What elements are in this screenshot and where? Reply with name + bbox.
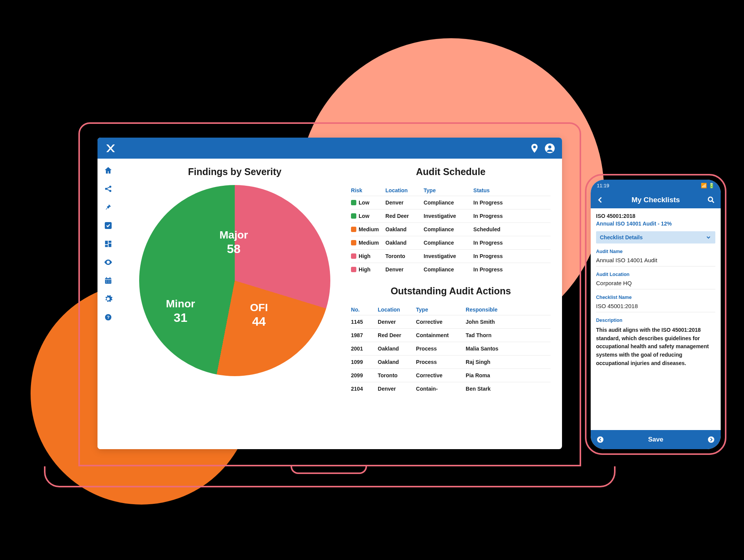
cell-status: In Progress bbox=[473, 240, 551, 246]
app-logo-icon bbox=[104, 143, 116, 154]
cell-type: Investigative bbox=[424, 253, 473, 259]
th-risk: Risk bbox=[351, 187, 385, 193]
laptop-screen: ? Findings by Severity Major 58 Minor 31 bbox=[97, 138, 562, 449]
outstanding-actions-section: Outstanding Audit Actions No. Location T… bbox=[351, 286, 551, 395]
field-label-checklist-name: Checklist Name bbox=[596, 295, 715, 300]
table-row[interactable]: Low Denver Compliance In Progress bbox=[351, 196, 551, 209]
phone-header: My Checklists bbox=[591, 191, 721, 208]
cell-type: Corrective bbox=[416, 319, 466, 325]
cell-location: Oakland bbox=[385, 226, 424, 232]
outstanding-table: No. Location Type Responsible 1145 Denve… bbox=[351, 304, 551, 395]
svg-rect-13 bbox=[109, 277, 110, 279]
phone-title: My Checklists bbox=[604, 196, 707, 204]
cell-location: Red Deer bbox=[378, 332, 416, 338]
table-row[interactable]: 2104 Denver Contain- Ben Stark bbox=[351, 382, 551, 395]
main-content: Findings by Severity Major 58 Minor 31 O… bbox=[119, 159, 562, 449]
field-value-audit-name[interactable]: Annual ISO 14001 Audit bbox=[596, 254, 715, 266]
table-row[interactable]: High Denver Compliance In Progress bbox=[351, 263, 551, 276]
cell-location: Denver bbox=[378, 319, 416, 325]
prev-icon[interactable] bbox=[596, 435, 604, 444]
field-label-audit-location: Audit Location bbox=[596, 272, 715, 277]
sidebar-item-settings[interactable] bbox=[103, 294, 113, 304]
cell-location: Red Deer bbox=[385, 213, 424, 219]
field-value-checklist-name[interactable]: ISO 45001:2018 bbox=[596, 300, 715, 312]
pie-chart: Major 58 Minor 31 OFI 44 bbox=[139, 185, 330, 376]
cell-risk: High bbox=[359, 253, 370, 259]
cell-responsible: Malia Santos bbox=[466, 346, 551, 352]
accordion-toggle[interactable]: Checklist Details bbox=[596, 231, 715, 243]
laptop-notch-outline bbox=[291, 466, 367, 474]
th-status: Status bbox=[473, 187, 551, 193]
cell-responsible: John Smith bbox=[466, 319, 551, 325]
sidebar-item-eye[interactable] bbox=[103, 257, 113, 267]
chevron-down-icon bbox=[705, 234, 712, 240]
table-row[interactable]: 1099 Oakland Process Raj Singh bbox=[351, 355, 551, 368]
table-row[interactable]: 2099 Toronto Corrective Pia Roma bbox=[351, 368, 551, 382]
sidebar-item-help[interactable]: ? bbox=[103, 312, 113, 322]
sidebar-item-home[interactable] bbox=[103, 166, 113, 175]
cell-location: Oakland bbox=[385, 240, 424, 246]
risk-swatch bbox=[351, 240, 356, 245]
svg-rect-9 bbox=[108, 243, 111, 247]
risk-swatch bbox=[351, 200, 356, 205]
svg-point-1 bbox=[548, 145, 551, 148]
field-value-audit-location[interactable]: Corporate HQ bbox=[596, 277, 715, 289]
cell-no: 2001 bbox=[351, 346, 378, 352]
phone-screen: 11:19 📶 🔋 My Checklists ISO 45001:2018 A… bbox=[591, 180, 721, 449]
th-type: Type bbox=[416, 307, 466, 313]
svg-point-18 bbox=[108, 282, 109, 283]
signal-icon: 📶 🔋 bbox=[701, 183, 715, 188]
th-type: Type bbox=[424, 187, 473, 193]
cell-type: Compliance bbox=[424, 200, 473, 206]
sidebar-nav: ? bbox=[97, 159, 119, 449]
status-time: 11:19 bbox=[597, 183, 609, 188]
cell-location: Toronto bbox=[378, 372, 416, 378]
cell-type: Process bbox=[416, 346, 466, 352]
save-button[interactable]: Save bbox=[604, 436, 707, 443]
cell-type: Compliance bbox=[424, 266, 473, 273]
field-label-audit-name: Audit Name bbox=[596, 249, 715, 254]
phone-status-bar: 11:19 📶 🔋 bbox=[591, 180, 721, 191]
table-row[interactable]: Low Red Deer Investigative In Progress bbox=[351, 209, 551, 222]
sidebar-item-check[interactable] bbox=[103, 221, 113, 230]
sidebar-item-calendar[interactable] bbox=[103, 276, 113, 286]
pie-segment-major-label: Major bbox=[219, 229, 248, 241]
sidebar-item-share[interactable] bbox=[103, 184, 113, 194]
back-icon[interactable] bbox=[596, 196, 604, 204]
outstanding-title: Outstanding Audit Actions bbox=[351, 286, 551, 297]
user-profile-icon[interactable] bbox=[544, 143, 555, 154]
table-row[interactable]: Medium Oakland Compliance Scheduled bbox=[351, 222, 551, 236]
table-row[interactable]: Medium Oakland Compliance In Progress bbox=[351, 236, 551, 249]
svg-point-14 bbox=[106, 281, 107, 281]
cell-risk: Low bbox=[359, 200, 369, 206]
next-icon[interactable] bbox=[707, 435, 715, 444]
cell-type: Containment bbox=[416, 332, 466, 338]
cell-risk: Low bbox=[359, 213, 369, 219]
field-label-description: Description bbox=[596, 318, 715, 323]
risk-swatch bbox=[351, 227, 356, 232]
table-row[interactable]: 1987 Red Deer Containment Tad Thorn bbox=[351, 328, 551, 342]
svg-point-22 bbox=[708, 197, 713, 201]
svg-rect-7 bbox=[108, 241, 111, 243]
accordion-label: Checklist Details bbox=[600, 234, 643, 240]
sidebar-item-grid[interactable] bbox=[103, 239, 113, 249]
cell-risk: High bbox=[359, 266, 370, 273]
search-icon[interactable] bbox=[707, 196, 715, 204]
location-icon[interactable] bbox=[529, 143, 540, 154]
cell-status: In Progress bbox=[473, 200, 551, 206]
table-row[interactable]: 1145 Denver Corrective John Smith bbox=[351, 315, 551, 328]
table-row[interactable]: 2001 Oakland Process Malia Santos bbox=[351, 342, 551, 355]
cell-location: Oakland bbox=[378, 346, 416, 352]
cell-type: Process bbox=[416, 359, 466, 365]
th-responsible: Responsible bbox=[466, 307, 551, 313]
cell-type: Investigative bbox=[424, 213, 473, 219]
cell-responsible: Raj Singh bbox=[466, 359, 551, 365]
table-row[interactable]: High Toronto Investigative In Progress bbox=[351, 249, 551, 263]
cell-type: Contain- bbox=[416, 386, 466, 392]
field-value-description[interactable]: This audit aligns with the ISO 45001:201… bbox=[596, 323, 715, 367]
cell-location: Toronto bbox=[385, 253, 424, 259]
cell-type: Compliance bbox=[424, 226, 473, 232]
sidebar-item-pin[interactable] bbox=[103, 202, 113, 212]
pie-segment-ofi-label: OFI bbox=[250, 302, 268, 314]
svg-point-17 bbox=[106, 282, 107, 283]
